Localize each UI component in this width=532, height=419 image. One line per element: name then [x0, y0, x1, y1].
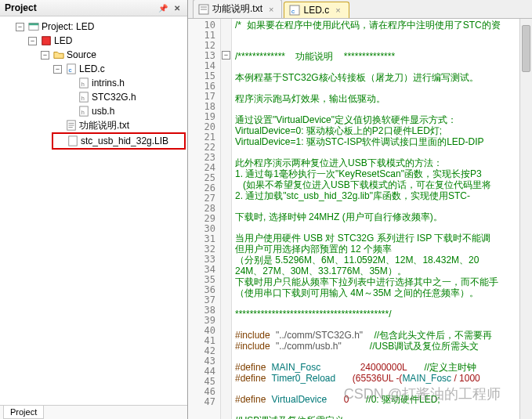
txt-file-icon	[198, 4, 209, 15]
tab-led-c[interactable]: c LED.c ×	[284, 2, 349, 18]
fold-gutter: −	[221, 19, 232, 419]
tree-file-lib[interactable]: stc_usb_hid_32g.LIB	[52, 132, 186, 150]
tree-group[interactable]: − Source	[39, 48, 186, 62]
svg-text:h: h	[81, 109, 85, 116]
code-view[interactable]: /* 如果要在程序中使用此代码，请在程序中注明使用了STC的资 /*******…	[232, 19, 532, 419]
tree-target[interactable]: − LED	[27, 34, 186, 48]
tree-label: usb.h	[92, 104, 114, 118]
target-icon	[41, 35, 52, 46]
svg-text:c: c	[69, 67, 72, 74]
svg-text:c: c	[291, 8, 295, 15]
tree-label: intrins.h	[92, 76, 125, 90]
fold-toggle[interactable]: −	[222, 51, 230, 60]
tree-label: Project: LED	[42, 20, 94, 34]
svg-text:h: h	[81, 95, 85, 102]
footer-tab-project[interactable]: Project	[3, 406, 44, 419]
tree-label: STC32G.h	[92, 90, 136, 104]
svg-text:h: h	[81, 81, 85, 88]
svg-rect-2	[42, 37, 51, 45]
c-file-icon: c	[66, 63, 77, 74]
tree-label: 功能说明.txt	[79, 118, 129, 132]
svg-rect-15	[69, 136, 78, 146]
pane-footer: Project	[0, 405, 187, 419]
tree-label: LED.c	[79, 62, 105, 76]
h-file-icon: h	[78, 78, 89, 88]
pane-title: Project	[5, 2, 37, 13]
project-tree[interactable]: − Project: LED − LED −	[0, 16, 187, 405]
tab-label: 功能说明.txt	[212, 2, 262, 16]
tree-file-txt[interactable]: 功能说明.txt	[52, 118, 186, 132]
editor-area: 功能说明.txt × c LED.c × 10 11 12 13 14 15 1…	[188, 0, 532, 419]
close-icon[interactable]: ×	[335, 5, 340, 15]
tree-label: LED	[54, 34, 72, 48]
lib-file-icon	[67, 135, 78, 146]
tree-label: stc_usb_hid_32g.LIB	[81, 134, 168, 148]
tree-label: Source	[67, 48, 96, 62]
h-file-icon: h	[78, 92, 89, 103]
line-gutter: 10 11 12 13 14 15 16 17 18 19 20 21 22 2…	[188, 19, 221, 419]
scroll-thumb[interactable]	[522, 25, 530, 72]
vertical-scrollbar[interactable]	[519, 19, 532, 419]
expand-icon[interactable]: −	[28, 37, 37, 45]
tree-file-h[interactable]: hSTC32G.h	[64, 90, 186, 104]
h-file-icon: h	[78, 106, 89, 117]
pane-header: Project 📌 ✕	[0, 0, 187, 16]
close-pane-icon[interactable]: ✕	[172, 2, 183, 13]
folder-icon	[53, 49, 64, 60]
expand-icon[interactable]: −	[41, 51, 49, 60]
workspace-icon	[28, 21, 39, 32]
expand-icon[interactable]: −	[16, 23, 24, 31]
project-pane: Project 📌 ✕ − Project: LED −	[0, 0, 188, 419]
editor-tabs: 功能说明.txt × c LED.c ×	[188, 0, 532, 19]
expand-icon[interactable]: −	[53, 65, 62, 74]
svg-rect-1	[29, 23, 38, 26]
tab-label: LED.c	[303, 5, 329, 16]
tab-funcdesc[interactable]: 功能说明.txt ×	[193, 0, 282, 18]
txt-file-icon	[66, 120, 77, 131]
close-icon[interactable]: ×	[269, 5, 273, 14]
tree-file-h[interactable]: hintrins.h	[64, 76, 186, 90]
pin-icon[interactable]: 📌	[157, 2, 168, 13]
tree-root[interactable]: − Project: LED	[14, 20, 186, 34]
c-file-icon: c	[289, 5, 300, 16]
tree-file-c[interactable]: − c LED.c	[52, 62, 186, 76]
tree-file-h[interactable]: husb.h	[64, 104, 186, 118]
